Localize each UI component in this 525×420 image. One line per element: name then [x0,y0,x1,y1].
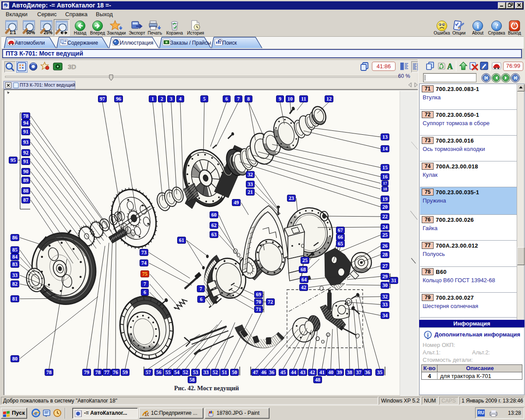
svg-text:79: 79 [84,369,89,375]
svg-text:93: 93 [23,139,28,145]
svg-text:6: 6 [200,296,203,302]
svg-text:36: 36 [269,369,274,375]
svg-text:11: 11 [301,96,306,102]
svg-text:80: 80 [12,356,18,362]
svg-text:23: 23 [289,195,294,201]
svg-text:6: 6 [144,289,146,295]
svg-text:27: 27 [382,263,388,269]
svg-text:95: 95 [10,157,16,163]
svg-text:78: 78 [46,369,52,375]
svg-text:25: 25 [382,232,388,238]
svg-text:12: 12 [326,96,332,102]
svg-text:51: 51 [222,369,227,375]
svg-text:61: 61 [179,237,184,243]
svg-text:94: 94 [23,120,28,126]
svg-text:1С: 1С [144,412,149,417]
svg-text:20: 20 [382,204,388,210]
svg-text:89: 89 [23,177,28,183]
svg-text:90: 90 [23,168,28,175]
svg-text:73: 73 [141,249,147,256]
svg-text:64: 64 [301,276,307,283]
svg-text:70: 70 [256,299,261,305]
svg-text:30: 30 [382,282,388,288]
svg-text:62: 62 [211,222,217,228]
svg-text:50: 50 [232,369,237,375]
svg-text:83: 83 [12,261,18,267]
svg-text:Заказы / Прайсы: Заказы / Прайсы [170,40,211,46]
svg-text:66: 66 [338,234,343,240]
svg-text:41: 41 [319,369,325,375]
svg-text:68: 68 [301,266,306,273]
svg-text:33: 33 [248,181,253,187]
svg-text:17: 17 [383,181,388,186]
svg-text:40: 40 [328,369,333,375]
svg-text:26: 26 [382,243,388,249]
svg-text:48: 48 [315,377,320,383]
svg-text:76: 76 [113,369,118,375]
svg-text:49: 49 [234,200,239,206]
svg-text:63: 63 [211,231,217,238]
svg-text:36: 36 [365,369,370,375]
svg-text:5: 5 [203,96,206,102]
svg-text:39: 39 [337,369,342,375]
svg-text:1:1: 1:1 [10,30,16,35]
svg-text:69: 69 [256,291,261,298]
svg-text:96: 96 [116,96,121,102]
svg-text:25%: 25% [44,30,52,35]
svg-text:50%: 50% [26,30,35,35]
svg-text:18: 18 [383,187,388,191]
svg-text:77: 77 [104,369,109,375]
svg-text:25: 25 [302,257,308,263]
svg-text:81: 81 [12,296,18,302]
svg-text:22: 22 [382,214,388,220]
svg-text:65: 65 [338,241,343,247]
svg-text:88: 88 [23,188,28,194]
svg-text:Иллюстрация: Иллюстрация [120,40,154,46]
svg-text:Поиск: Поиск [222,40,237,46]
svg-text:45: 45 [280,369,286,375]
svg-text:9: 9 [279,96,281,102]
svg-text:78: 78 [95,369,101,375]
svg-text:31: 31 [391,277,396,284]
svg-text:24: 24 [382,224,388,230]
svg-text:46: 46 [261,369,266,375]
svg-text:52: 52 [183,369,188,375]
svg-text:Рис. 42. Мост ведущий: Рис. 42. Мост ведущий [174,385,239,392]
svg-text:3: 3 [170,96,172,102]
svg-text:4: 4 [179,96,182,102]
svg-text:13: 13 [382,134,388,140]
svg-text:56: 56 [156,369,161,375]
svg-text:15: 15 [382,164,388,171]
svg-text:86: 86 [12,234,18,241]
svg-text:7: 7 [200,286,202,292]
svg-text:i: i [477,22,479,30]
svg-text:10: 10 [287,96,293,102]
svg-text:21: 21 [248,189,253,195]
svg-text:74: 74 [141,260,147,266]
svg-text:55: 55 [165,369,171,375]
svg-text:28: 28 [382,252,388,258]
svg-text:35: 35 [377,369,382,375]
svg-text:67: 67 [338,227,343,233]
svg-text:82: 82 [12,281,18,287]
svg-text:44: 44 [291,369,296,375]
svg-text:47: 47 [253,369,258,375]
svg-text:53: 53 [193,369,198,375]
svg-text:33: 33 [12,272,18,278]
svg-text:72: 72 [268,299,273,305]
svg-text:78: 78 [23,113,28,119]
svg-text:32: 32 [248,172,253,178]
svg-text:71: 71 [256,306,261,312]
svg-text:84: 84 [12,254,18,260]
svg-text:91: 91 [23,129,28,135]
svg-text:1: 1 [151,96,154,102]
svg-text:A: A [447,62,453,71]
svg-text:Содержание: Содержание [67,40,98,46]
svg-text:Автомобили: Автомобили [15,40,45,46]
svg-text:6: 6 [225,96,228,102]
svg-text:8: 8 [247,96,250,102]
svg-text:43: 43 [300,369,305,375]
svg-text:33: 33 [203,369,209,375]
svg-text:14: 14 [382,146,388,152]
svg-text:54: 54 [174,369,179,375]
